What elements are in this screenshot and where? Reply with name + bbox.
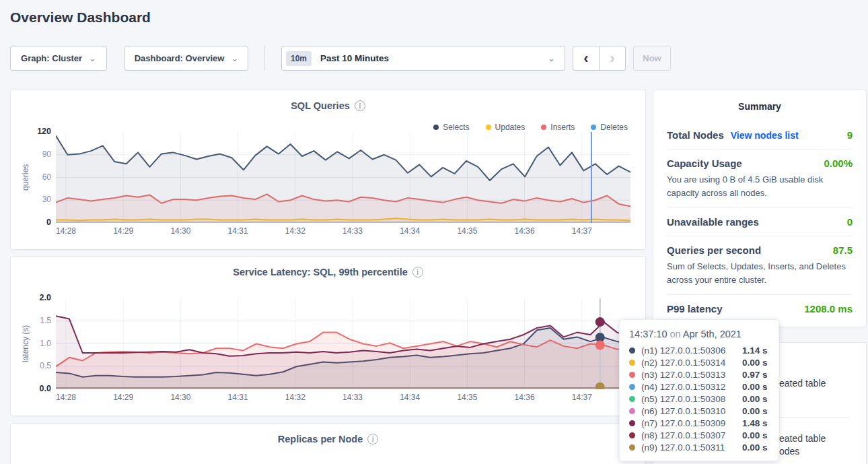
crosshair-dot (595, 341, 605, 350)
dashboard-dropdown-label: Dashboard: Overview (135, 53, 225, 63)
time-prev-button[interactable]: ‹ (573, 46, 600, 71)
summary-panel: Summary Total Nodes View nodes list 9 Ca… (653, 90, 867, 327)
legend-item[interactable]: Updates (486, 123, 526, 132)
tooltip-node-row: (n6) 127.0.0.1:503100.00 s (629, 405, 769, 417)
dashboard-dropdown[interactable]: Dashboard: Overview ⌄ (124, 46, 248, 71)
node-color-dot (629, 432, 635, 438)
y-tick-label: 120 (11, 127, 51, 136)
time-range-label: Past 10 Minutes (320, 53, 548, 63)
node-address: (n9) 127.0.0.1:50311 (641, 442, 742, 453)
service-latency-plot[interactable] (56, 298, 630, 389)
x-tick-label: 14:33 (334, 393, 371, 402)
node-latency-value: 1.48 s (742, 418, 768, 428)
summary-label: Capacity Usage (667, 158, 742, 169)
summary-title: Summary (667, 101, 853, 112)
tooltip-node-row: (n2) 127.0.0.1:503140.00 s (629, 356, 769, 368)
sql-queries-chart-card: SQL Queries i SelectsUpdatesInsertsDelet… (10, 90, 646, 250)
chart-title-row: SQL Queries i (11, 100, 645, 111)
x-tick-label: 14:36 (506, 226, 544, 236)
y-tick-label: 0.5 (11, 361, 51, 370)
node-address: (n6) 127.0.0.1:50310 (641, 406, 742, 416)
y-tick-label: 0.0 (11, 384, 51, 393)
summary-description: Sum of Selects, Updates, Inserts, and De… (667, 260, 853, 286)
node-latency-value: 0.00 s (742, 382, 768, 392)
node-address: (n8) 127.0.0.1:50307 (641, 430, 742, 440)
x-tick-label: 14:35 (448, 226, 486, 236)
graph-dropdown[interactable]: Graph: Cluster ⌄ (10, 46, 107, 71)
node-color-dot (629, 384, 635, 390)
legend-item[interactable]: Selects (433, 123, 469, 132)
service-latency-chart-card: Service Latency: SQL, 99th percentile i … (10, 256, 646, 416)
x-tick-label: 14:28 (47, 226, 85, 236)
tooltip-node-row: (n4) 127.0.0.1:503120.00 s (629, 380, 769, 393)
x-tick-label: 14:36 (506, 393, 544, 402)
node-color-dot (629, 420, 635, 426)
y-tick-label: 30 (11, 195, 51, 204)
y-tick-label: 90 (11, 150, 51, 159)
legend-item[interactable]: Deletes (591, 123, 628, 132)
y-tick-label: 0 (11, 218, 51, 227)
crosshair-dot (595, 317, 605, 327)
time-range-selector[interactable]: 10m Past 10 Minutes ⌄ (281, 46, 565, 71)
page-title: Overview Dashboard (10, 9, 151, 26)
node-color-dot (629, 347, 635, 354)
chart-title: Service Latency: SQL, 99th percentile (233, 267, 408, 277)
legend-dot (433, 125, 439, 130)
tooltip-node-row: (n5) 127.0.0.1:503080.00 s (629, 393, 769, 405)
node-address: (n4) 127.0.0.1:50312 (641, 382, 742, 392)
event-text-fragment: odes (779, 446, 799, 457)
y-tick-label: 2.0 (11, 293, 51, 302)
y-tick-label: 1.5 (11, 316, 51, 325)
replicas-per-node-chart-card: Replicas per Node i (10, 423, 646, 464)
time-next-button[interactable]: › (599, 46, 626, 71)
tooltip-node-list: (n1) 127.0.0.1:503061.14 s(n2) 127.0.0.1… (629, 344, 769, 453)
x-tick-label: 14:29 (104, 393, 142, 402)
event-text-fragment: eated table (779, 378, 826, 389)
legend-item[interactable]: Inserts (541, 123, 575, 132)
info-icon[interactable]: i (355, 100, 365, 111)
y-tick-label: 60 (11, 172, 51, 182)
x-tick-label: 14:30 (161, 226, 199, 236)
now-button[interactable]: Now (633, 46, 671, 71)
y-tick-label: 1.0 (11, 339, 51, 348)
chart-hover-tooltip: 14:37:10 on Apr 5th, 2021 (n1) 127.0.0.1… (619, 319, 779, 461)
sql-queries-plot[interactable] (56, 132, 630, 223)
view-nodes-list-link[interactable]: View nodes list (731, 130, 799, 141)
chart-title: Replicas per Node (278, 434, 363, 444)
summary-description: You are using 0 B of 4.5 GiB usable disk… (667, 173, 853, 199)
x-tick-label: 14:34 (391, 393, 429, 402)
node-latency-value: 1.14 s (742, 345, 768, 356)
summary-value: 0.00% (824, 158, 853, 169)
summary-row-unavailable-ranges: Unavailable ranges 0 (667, 208, 853, 236)
node-latency-value: 0.00 s (742, 394, 768, 404)
summary-value: 1208.0 ms (804, 303, 853, 314)
node-latency-value: 0.00 s (742, 442, 768, 453)
node-color-dot (629, 396, 635, 402)
node-color-dot (629, 444, 635, 451)
node-color-dot (629, 372, 635, 378)
node-latency-value: 0.00 s (742, 406, 768, 416)
node-address: (n7) 127.0.0.1:50309 (641, 418, 742, 428)
chevron-down-icon: ⌄ (89, 55, 96, 62)
legend-label: Inserts (550, 123, 575, 132)
event-text-fragment: eated table (779, 433, 826, 444)
chart-title-row: Replicas per Node i (11, 434, 645, 444)
summary-label: Queries per second (667, 244, 761, 256)
summary-label: Unavailable ranges (667, 216, 759, 228)
x-tick-label: 14:30 (161, 393, 199, 402)
chevron-down-icon: ⌄ (548, 55, 555, 62)
node-color-dot (629, 408, 635, 414)
legend-label: Selects (443, 123, 469, 132)
info-icon[interactable]: i (367, 434, 378, 444)
summary-label: Total Nodes (667, 129, 724, 141)
summary-value: 9 (847, 129, 853, 141)
legend-label: Deletes (600, 123, 628, 132)
info-icon[interactable]: i (412, 267, 423, 277)
legend-dot (591, 125, 596, 130)
node-address: (n5) 127.0.0.1:50308 (641, 394, 742, 404)
node-latency-value: 0.00 s (742, 358, 768, 368)
x-tick-label: 14:37 (563, 226, 601, 236)
x-tick-label: 14:32 (277, 226, 314, 236)
node-address: (n1) 127.0.0.1:50306 (641, 345, 742, 356)
summary-row-capacity-usage: Capacity Usage 0.00% You are using 0 B o… (667, 150, 853, 208)
